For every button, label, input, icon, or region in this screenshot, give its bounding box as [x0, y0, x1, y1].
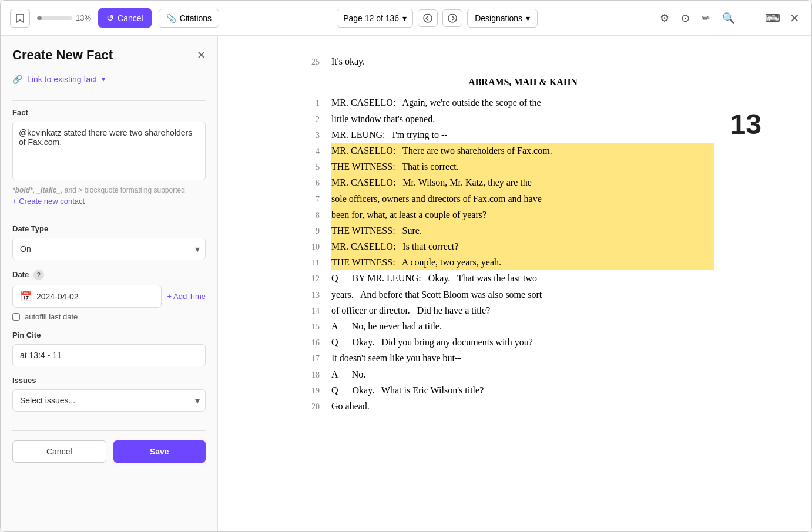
- toolbar-center: Page 12 of 136 ▾ Designations ▾: [337, 9, 538, 28]
- line-text: MR. CASELLO: Again, we're outside the sc…: [331, 95, 714, 110]
- line-number: 11: [303, 256, 320, 270]
- progress-label: 13%: [76, 14, 91, 22]
- cancel-footer-button[interactable]: Cancel: [12, 440, 106, 463]
- svg-point-1: [448, 14, 457, 22]
- prev-page-button[interactable]: [418, 9, 438, 27]
- link-icon: 🔗: [12, 75, 22, 84]
- page-number-large: 13: [730, 100, 761, 149]
- search-button[interactable]: 🔍: [717, 8, 740, 28]
- line-number: 16: [303, 336, 320, 350]
- save-button[interactable]: Save: [113, 440, 206, 463]
- close-button[interactable]: ✕: [787, 9, 802, 28]
- line-number: 15: [303, 320, 320, 334]
- line-row: 9 THE WITNESS: Sure.: [303, 223, 714, 238]
- line-row: 15 A No, he never had a title.: [303, 318, 714, 334]
- autofill-checkbox-row: autofill last date: [12, 312, 206, 321]
- issues-select[interactable]: Select issues...: [12, 389, 206, 412]
- line-number: 20: [303, 400, 320, 414]
- line-text: It's okay.: [331, 53, 714, 69]
- line-number: 12: [303, 272, 320, 286]
- share-button[interactable]: ⊙: [676, 8, 694, 28]
- chevron-down-icon: ▾: [526, 14, 530, 23]
- cancel-button[interactable]: ↺ Cancel: [98, 8, 152, 28]
- line-row: 20 Go ahead.: [303, 398, 714, 414]
- cancel-icon: ↺: [106, 12, 114, 23]
- autofill-checkbox[interactable]: [12, 313, 20, 321]
- line-number: 14: [303, 304, 320, 318]
- line-number: 9: [303, 224, 320, 238]
- link-existing-fact-link[interactable]: 🔗 Link to existing fact ▾: [12, 75, 206, 84]
- create-fact-panel: Create New Fact ✕ 🔗 Link to existing fac…: [1, 36, 218, 531]
- line-text-highlighted: been for, what, at least a couple of yea…: [331, 207, 714, 223]
- line-row: 11 THE WITNESS: A couple, two years, yea…: [303, 254, 714, 270]
- line-text-highlighted: THE WITNESS: A couple, two years, yeah.: [331, 254, 714, 270]
- line-number: 5: [303, 160, 320, 174]
- citations-button[interactable]: 📎 Citations: [159, 9, 219, 28]
- line-row: 16 Q Okay. Did you bring any documents w…: [303, 334, 714, 350]
- line-row: 13 years. And before that Scott Bloom wa…: [303, 287, 714, 302]
- date-input[interactable]: [36, 292, 154, 301]
- line-row: 19 Q Okay. What is Eric Wilson's title?: [303, 382, 714, 398]
- add-time-link[interactable]: + Add Time: [167, 292, 206, 301]
- document-viewer: 13 25 It's okay. ABRAMS, MAH & KAHN 1 MR…: [218, 36, 811, 531]
- fact-field-section: Fact *bold*, _italic_, and > blockquote …: [12, 108, 206, 215]
- line-text: Q Okay. Did you bring any documents with…: [331, 334, 714, 350]
- formatting-hint: *bold*, _italic_, and > blockquote forma…: [12, 186, 206, 194]
- line-row: 4 MR. CASELLO: There are two shareholder…: [303, 143, 714, 159]
- toolbar: 13% ↺ Cancel 📎 Citations Page 12 of 136 …: [1, 1, 811, 36]
- line-text-highlighted: MR. CASELLO: Is that correct?: [331, 238, 714, 254]
- citations-icon: 📎: [166, 14, 176, 23]
- date-type-select[interactable]: On Before After Between: [12, 238, 206, 260]
- date-field-wrapper: 📅 + Add Time: [12, 285, 206, 308]
- fact-input[interactable]: [12, 122, 206, 180]
- line-text: Go ahead.: [331, 398, 714, 414]
- expand-button[interactable]: □: [742, 8, 758, 28]
- date-type-label: Date Type: [12, 224, 206, 233]
- keyboard-button[interactable]: ⌨: [760, 8, 785, 28]
- line-number: 3: [303, 129, 320, 143]
- line-number: 4: [303, 144, 320, 159]
- line-text: of officer or director. Did he have a ti…: [331, 302, 714, 318]
- line-text: MR. LEUNG: I'm trying to --: [331, 127, 714, 143]
- close-panel-button[interactable]: ✕: [197, 49, 206, 62]
- next-page-button[interactable]: [442, 9, 462, 27]
- divider: [12, 100, 206, 101]
- edit-button[interactable]: ✏: [697, 8, 715, 28]
- line-row: 25 It's okay.: [303, 53, 714, 69]
- line-row: 6 MR. CASELLO: Mr. Wilson, Mr. Katz, the…: [303, 174, 714, 190]
- date-section: Date ? 📅 + Add Time autofill last date: [12, 270, 206, 321]
- date-help-icon[interactable]: ?: [33, 270, 44, 280]
- pin-cite-input[interactable]: [12, 344, 206, 366]
- chevron-down-icon: ▾: [402, 14, 407, 23]
- line-row: 8 been for, what, at least a couple of y…: [303, 207, 714, 223]
- document-content: 13 25 It's okay. ABRAMS, MAH & KAHN 1 MR…: [303, 53, 714, 414]
- page-selector[interactable]: Page 12 of 136 ▾: [337, 9, 413, 28]
- line-row: 12 Q BY MR. LEUNG: Okay. That was the la…: [303, 270, 714, 286]
- panel-title: Create New Fact: [12, 48, 113, 63]
- line-text: It doesn't seem like you have but--: [331, 350, 714, 366]
- line-text: years. And before that Scott Bloom was a…: [331, 287, 714, 302]
- autofill-label: autofill last date: [25, 312, 78, 321]
- line-text-highlighted: THE WITNESS: Sure.: [331, 223, 714, 238]
- line-number: 25: [303, 55, 320, 69]
- bookmark-button[interactable]: [10, 9, 30, 28]
- line-number: 6: [303, 176, 320, 190]
- pin-cite-label: Pin Cite: [12, 331, 206, 339]
- line-row: 1 MR. CASELLO: Again, we're outside the …: [303, 95, 714, 110]
- settings-button[interactable]: ⚙: [655, 8, 674, 28]
- line-number: 10: [303, 240, 320, 254]
- date-type-section: Date Type On Before After Between: [12, 224, 206, 260]
- create-contact-link[interactable]: + Create new contact: [12, 197, 206, 206]
- line-row: 17 It doesn't seem like you have but--: [303, 350, 714, 366]
- progress-bar: 13%: [37, 14, 91, 22]
- fact-label: Fact: [12, 108, 206, 117]
- designations-button[interactable]: Designations ▾: [467, 9, 538, 28]
- issues-select-wrapper: Select issues...: [12, 389, 206, 412]
- issues-section: Issues Select issues...: [12, 376, 206, 412]
- svg-point-0: [424, 14, 432, 22]
- line-text: little window that's opened.: [331, 111, 714, 127]
- sidebar-footer: Cancel Save: [12, 430, 206, 472]
- line-text-highlighted: MR. CASELLO: There are two shareholders …: [331, 143, 714, 159]
- date-input-box: 📅: [12, 285, 162, 308]
- line-row: 14 of officer or director. Did he have a…: [303, 302, 714, 318]
